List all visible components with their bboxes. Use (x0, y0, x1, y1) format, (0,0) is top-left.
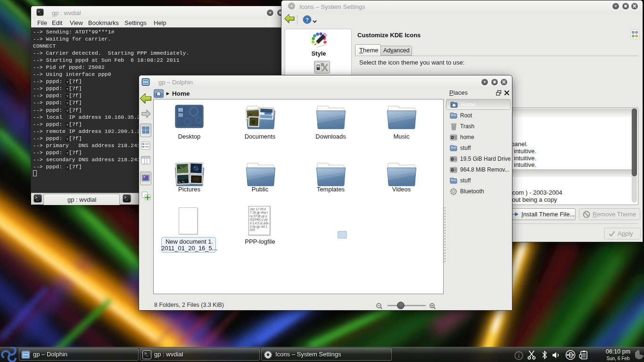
svg-text:i: i (518, 353, 520, 359)
svg-text:?: ? (305, 17, 309, 23)
